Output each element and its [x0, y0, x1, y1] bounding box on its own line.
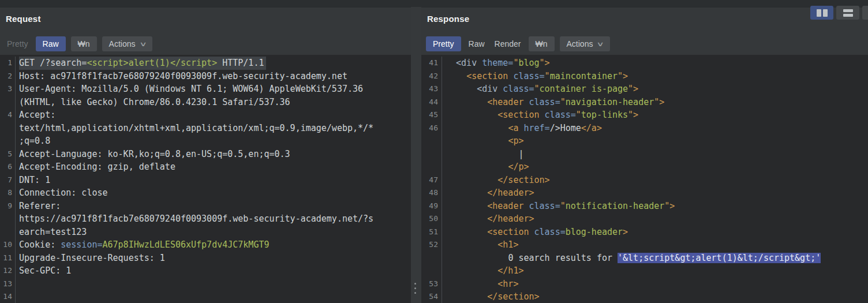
line-number: 1: [0, 57, 16, 70]
request-tab-newline[interactable]: ₩n: [71, 36, 97, 51]
line-number: [421, 134, 442, 148]
code-line[interactable]: 2Host: ac971f8f1facb7e68079240f0093009f.…: [0, 70, 411, 83]
line-number: 52: [421, 238, 442, 252]
line-number: 43: [421, 83, 442, 96]
code-text: </section>: [446, 174, 550, 187]
code-line[interactable]: 11Upgrade-Insecure-Requests: 1: [0, 252, 411, 265]
line-number: [421, 264, 442, 278]
code-line[interactable]: <p>: [421, 134, 868, 148]
response-actions-button[interactable]: Actions∨: [560, 36, 610, 51]
code-line[interactable]: 5Accept-Language: ko-KR,ko;q=0.8,en-US;q…: [0, 148, 411, 161]
code-line[interactable]: (KHTML, like Gecko) Chrome/86.0.4230.1 S…: [0, 96, 411, 109]
code-line[interactable]: |: [421, 148, 868, 161]
code-text: https://ac971f8f1facb7e68079240f0093009f…: [19, 212, 373, 226]
code-text: </p>: [446, 160, 529, 174]
request-tab-pretty[interactable]: Pretty: [5, 36, 31, 51]
line-number: 7: [0, 174, 16, 187]
line-number: 9: [0, 200, 16, 213]
response-editor[interactable]: 41 <div theme="blog">42 <section class="…: [421, 55, 868, 303]
code-line[interactable]: 9Referer:: [0, 200, 411, 213]
code-text: <section class="maincontainer">: [446, 70, 628, 83]
line-number: 14: [0, 290, 16, 303]
line-number: 12: [0, 264, 16, 278]
code-line[interactable]: 10Cookie: session=A67p8IHwzLdLES06xUfp7d…: [0, 238, 411, 252]
code-line[interactable]: 46 <a href=/>Home</a>: [421, 122, 868, 135]
code-line[interactable]: </h1>: [421, 264, 868, 278]
code-text: <section class="top-links">: [446, 109, 638, 122]
code-line[interactable]: 14: [0, 290, 411, 303]
panel-splitter[interactable]: [411, 7, 421, 303]
code-line[interactable]: 45 <section class="top-links">: [421, 109, 868, 122]
line-number: 8: [0, 186, 16, 200]
code-line[interactable]: 47 </section>: [421, 174, 868, 187]
code-line[interactable]: 41 <div theme="blog">: [421, 57, 868, 70]
code-line[interactable]: 53 <hr>: [421, 278, 868, 291]
code-text: Accept-Language: ko-KR,ko;q=0.8,en-US;q=…: [19, 148, 290, 161]
line-number: 4: [0, 109, 16, 122]
line-number: 13: [0, 278, 16, 291]
line-number: [0, 212, 16, 226]
line-number: 46: [421, 122, 442, 135]
code-line[interactable]: 49 <header class="notification-header">: [421, 200, 868, 213]
code-text: Accept-Encoding: gzip, deflate: [19, 160, 175, 174]
response-tab-render[interactable]: Render: [492, 36, 523, 51]
code-line[interactable]: 8Connection: close: [0, 186, 411, 200]
code-text: <section class=blog-header>: [446, 226, 628, 239]
line-number: [0, 134, 16, 148]
request-tab-raw[interactable]: Raw: [36, 36, 66, 51]
chevron-down-icon: ∨: [139, 40, 147, 48]
code-line[interactable]: https://ac971f8f1facb7e68079240f0093009f…: [0, 212, 411, 226]
code-text: earch=test123: [19, 226, 87, 239]
code-line[interactable]: 42 <section class="maincontainer">: [421, 70, 868, 83]
splitter-grip-icon[interactable]: [414, 283, 417, 295]
response-tabbar: Pretty Raw Render ₩n Actions∨: [426, 36, 610, 51]
code-line[interactable]: earch=test123: [0, 226, 411, 239]
code-text: (KHTML, like Gecko) Chrome/86.0.4230.1 S…: [19, 96, 290, 109]
response-tab-pretty[interactable]: Pretty: [426, 36, 461, 51]
code-line[interactable]: 50 </header>: [421, 212, 868, 226]
code-line[interactable]: 48 </header>: [421, 186, 868, 200]
line-number: 3: [0, 83, 16, 96]
code-line[interactable]: 52 <h1>: [421, 238, 868, 252]
code-line[interactable]: 43 <div class="container is-page">: [421, 83, 868, 96]
code-line[interactable]: text/html,application/xhtml+xml,applicat…: [0, 122, 411, 135]
code-line[interactable]: 7DNT: 1: [0, 174, 411, 187]
code-text: text/html,application/xhtml+xml,applicat…: [19, 122, 373, 135]
response-tab-newline[interactable]: ₩n: [529, 36, 555, 51]
request-actions-button[interactable]: Actions∨: [102, 36, 152, 51]
line-number: 6: [0, 160, 16, 174]
line-number: 48: [421, 186, 442, 200]
request-editor[interactable]: 1GET /?search=<script>alert(1)</script> …: [0, 55, 411, 303]
code-text: </h1>: [446, 264, 523, 278]
line-number: [0, 96, 16, 109]
line-number: 2: [0, 70, 16, 83]
code-line[interactable]: 44 <header class="navigation-header">: [421, 96, 868, 109]
code-line[interactable]: 3User-Agent: Mozilla/5.0 (Windows NT 6.1…: [0, 83, 411, 96]
code-line[interactable]: 51 <section class=blog-header>: [421, 226, 868, 239]
code-text: GET /?search=<script>alert(1)</script> H…: [19, 57, 266, 70]
line-number: [421, 148, 442, 161]
line-number: [0, 122, 16, 135]
code-text: Upgrade-Insecure-Requests: 1: [19, 252, 165, 265]
code-text: <p>: [446, 134, 523, 148]
code-text: User-Agent: Mozilla/5.0 (Windows NT 6.1;…: [19, 83, 363, 96]
code-text: </header>: [446, 212, 534, 226]
code-line[interactable]: 0 search results for '&lt;script&gt;aler…: [421, 252, 868, 265]
code-text: Sec-GPC: 1: [19, 264, 71, 278]
code-line[interactable]: 6Accept-Encoding: gzip, deflate: [0, 160, 411, 174]
line-number: 42: [421, 70, 442, 83]
code-text: <div class="container is-page">: [446, 83, 638, 96]
code-line[interactable]: ;q=0.8: [0, 134, 411, 148]
code-line[interactable]: 4Accept:: [0, 109, 411, 122]
code-text: Referer:: [19, 200, 61, 213]
line-number: 51: [421, 226, 442, 239]
code-line[interactable]: 13: [0, 278, 411, 291]
code-text: <hr>: [446, 278, 518, 291]
code-line[interactable]: 12Sec-GPC: 1: [0, 264, 411, 278]
code-line[interactable]: 1GET /?search=<script>alert(1)</script> …: [0, 57, 411, 70]
code-line[interactable]: </p>: [421, 160, 868, 174]
line-number: [421, 252, 442, 265]
code-line[interactable]: 54 </section>: [421, 290, 868, 303]
request-panel-title: Request: [6, 14, 41, 24]
response-tab-raw[interactable]: Raw: [466, 36, 487, 51]
